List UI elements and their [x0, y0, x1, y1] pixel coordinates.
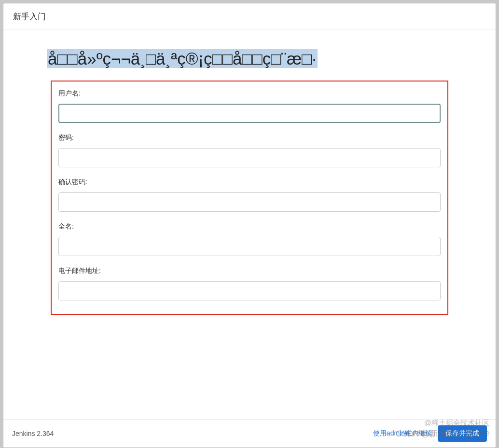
email-input[interactable] — [58, 281, 441, 300]
field-confirm-password: 确认密码: — [58, 178, 441, 212]
field-password: 密码: — [58, 134, 441, 167]
field-email: 电子邮件地址: — [58, 267, 441, 300]
garbled-heading: å□□å»ºç¬¬ä¸□ä¸ªç®¡ç□□å□□ç□¨æ□· — [47, 49, 318, 68]
fullname-label: 全名: — [58, 222, 441, 231]
save-and-finish-button[interactable]: 保存并完成 — [438, 425, 487, 442]
field-fullname: 全名: — [58, 222, 441, 256]
field-username: 用户名: — [58, 89, 441, 123]
confirm-password-input[interactable] — [58, 192, 441, 212]
heading-row: å□□å»ºç¬¬ä¸□ä¸ªç®¡ç□□å□□ç□¨æ□· — [47, 48, 452, 70]
confirm-password-label: 确认密码: — [58, 178, 441, 187]
form-annotation-box: 用户名: 密码: 确认密码: 全名: 电子邮件地址: — [51, 81, 448, 315]
dialog-body: å□□å»ºç¬¬ä¸□ä¸ªç®¡ç□□å□□ç□¨æ□· 用户名: 密码: … — [3, 29, 496, 419]
skip-admin-link[interactable]: 使用admin账户继续 — [373, 429, 432, 438]
fullname-input[interactable] — [58, 237, 441, 256]
setup-dialog: 新手入门 å□□å»ºç¬¬ä¸□ä¸ªç®¡ç□□å□□ç□¨æ□· 用户名:… — [3, 3, 496, 448]
dialog-title: 新手入门 — [13, 12, 46, 21]
footer-actions: 使用admin账户继续 保存并完成 — [373, 425, 487, 442]
version-label: Jenkins 2.364 — [12, 430, 54, 437]
password-label: 密码: — [58, 134, 441, 142]
password-input[interactable] — [58, 148, 441, 167]
username-label: 用户名: — [58, 89, 441, 98]
dialog-footer: Jenkins 2.364 使用admin账户继续 保存并完成 — [3, 419, 496, 448]
email-label: 电子邮件地址: — [58, 267, 441, 275]
dialog-header: 新手入门 — [3, 3, 496, 29]
username-input[interactable] — [58, 104, 441, 123]
